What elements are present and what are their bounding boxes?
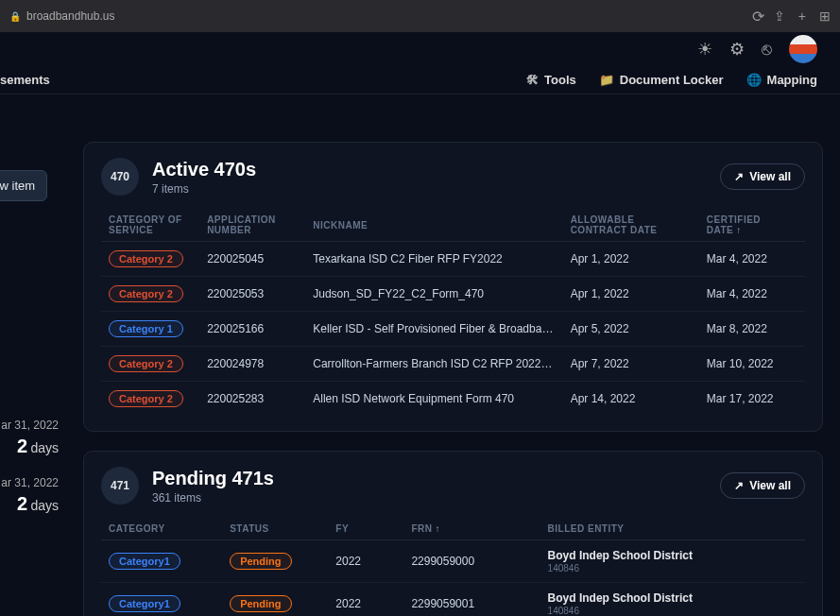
table-row[interactable]: Category 2220025045Texarkana ISD C2 Fibe…	[101, 242, 805, 277]
category-badge: Category1	[109, 595, 180, 612]
col-status[interactable]: STATUS	[222, 518, 328, 540]
table-row[interactable]: Category1Pending20222299059000Boyd Indep…	[101, 540, 805, 583]
tabs-overview-icon[interactable]: ⊞	[819, 9, 831, 24]
card-471-title: Pending 471s	[152, 468, 707, 489]
sidebar-date-1: ar 31, 2022	[0, 419, 59, 432]
nickname: Judson_SD_FY22_C2_Form_470	[305, 277, 562, 312]
table-row[interactable]: Category 1220025166Keller ISD - Self Pro…	[101, 312, 805, 347]
table-row[interactable]: Category1Pending20222299059001Boyd Indep…	[101, 583, 805, 617]
avatar[interactable]	[789, 35, 817, 63]
badge-471: 471	[101, 467, 139, 505]
app-toolbar: ☀ ⚙ ⎋	[0, 32, 840, 66]
col-category[interactable]: CATEGORY	[101, 518, 222, 540]
fy: 2022	[328, 583, 403, 617]
app-number: 220025045	[199, 242, 305, 277]
table-470: CATEGORY OF SERVICE APPLICATION NUMBER N…	[101, 209, 805, 416]
badge-470: 470	[101, 158, 139, 196]
app-number: 220025053	[199, 277, 305, 312]
billed-entity: Boyd Indep School District140846	[540, 583, 805, 617]
settings-icon[interactable]: ⚙	[729, 39, 745, 60]
nav-tools-label: Tools	[544, 73, 576, 87]
status-badge: Pending	[230, 595, 291, 612]
card-470-subtitle: 7 items	[152, 182, 707, 196]
category-badge: Category 1	[109, 320, 183, 337]
folder-icon: 📁	[599, 73, 614, 87]
nickname: Keller ISD - Self Provisioned Fiber & Br…	[305, 312, 562, 347]
new-tab-icon[interactable]: +	[798, 9, 806, 24]
sidebar-date-2: ar 31, 2022	[0, 476, 59, 489]
arrow-up-right-icon: ↗	[734, 479, 744, 492]
table-471: CATEGORY STATUS FY FRN↑ BILLED ENTITY Ca…	[101, 518, 805, 616]
allowable-date: Apr 14, 2022	[563, 382, 699, 417]
pending-471s-card: 471 Pending 471s 361 items ↗ View all CA…	[83, 451, 823, 616]
frn: 2299059000	[403, 540, 540, 583]
refresh-icon[interactable]: ⟳	[752, 8, 764, 26]
new-item-button[interactable]: New item	[0, 170, 47, 201]
lock-icon: 🔒	[9, 11, 21, 22]
certified-date: Mar 10, 2022	[699, 347, 805, 382]
category-badge: Category 2	[109, 250, 183, 267]
sidebar: New item ar 31, 2022 2 days ar 31, 2022 …	[0, 94, 66, 616]
billed-entity: Boyd Indep School District140846	[540, 540, 805, 583]
certified-date: Mar 4, 2022	[699, 242, 805, 277]
theme-toggle-icon[interactable]: ☀	[697, 39, 712, 60]
view-all-470-button[interactable]: ↗ View all	[720, 163, 805, 190]
content: 470 Active 470s 7 items ↗ View all CATEG…	[66, 94, 840, 616]
card-471-subtitle: 361 items	[152, 491, 707, 505]
browser-bar: 🔒 broadbandhub.us ⟳ ⇪ + ⊞	[0, 0, 840, 32]
logout-icon[interactable]: ⎋	[762, 40, 772, 60]
col-frn[interactable]: FRN↑	[403, 518, 540, 540]
url-bar[interactable]: 🔒 broadbandhub.us	[9, 9, 743, 23]
browser-actions: ⇪ + ⊞	[774, 9, 831, 24]
certified-date: Mar 8, 2022	[699, 312, 805, 347]
col-allowable-contract-date[interactable]: ALLOWABLE CONTRACT DATE	[563, 209, 699, 242]
wrench-icon: 🛠	[526, 73, 539, 87]
nav-mapping-label: Mapping	[767, 73, 817, 87]
nav-bar: sements 🛠 Tools 📁 Document Locker 🌐 Mapp…	[0, 66, 840, 94]
table-row[interactable]: Category 2220025283Allen ISD Network Equ…	[101, 382, 805, 417]
category-badge: Category 2	[109, 285, 183, 302]
category-badge: Category 2	[109, 355, 183, 372]
certified-date: Mar 17, 2022	[699, 382, 805, 417]
view-all-471-button[interactable]: ↗ View all	[720, 472, 805, 499]
card-470-title: Active 470s	[152, 159, 707, 180]
nav-document-locker[interactable]: 📁 Document Locker	[599, 73, 724, 87]
url-text: broadbandhub.us	[26, 9, 114, 23]
app-number: 220025166	[199, 312, 305, 347]
status-badge: Pending	[230, 553, 291, 570]
col-category-of-service[interactable]: CATEGORY OF SERVICE	[101, 209, 199, 242]
allowable-date: Apr 1, 2022	[563, 277, 699, 312]
globe-icon: 🌐	[746, 73, 762, 87]
sidebar-days-2: 2	[17, 493, 27, 514]
table-row[interactable]: Category 2220025053Judson_SD_FY22_C2_For…	[101, 277, 805, 312]
active-470s-card: 470 Active 470s 7 items ↗ View all CATEG…	[83, 142, 823, 432]
allowable-date: Apr 1, 2022	[563, 242, 699, 277]
share-icon[interactable]: ⇪	[774, 9, 785, 24]
nickname: Texarkana ISD C2 Fiber RFP FY2022	[305, 242, 562, 277]
nav-tools[interactable]: 🛠 Tools	[526, 73, 576, 87]
sidebar-days-1: 2	[17, 436, 27, 456]
certified-date: Mar 4, 2022	[699, 277, 805, 312]
col-nickname[interactable]: NICKNAME	[305, 209, 562, 242]
col-billed-entity[interactable]: BILLED ENTITY	[540, 518, 805, 540]
category-badge: Category1	[109, 553, 180, 570]
app-number: 220025283	[199, 382, 305, 417]
col-certified-date[interactable]: CERTIFIED DATE↑	[699, 209, 805, 242]
sort-asc-icon: ↑	[736, 225, 742, 235]
nickname: Allen ISD Network Equipment Form 470	[305, 382, 562, 417]
app-number: 220024978	[199, 347, 305, 382]
arrow-up-right-icon: ↗	[734, 170, 744, 183]
nav-mapping[interactable]: 🌐 Mapping	[746, 73, 817, 87]
category-badge: Category 2	[109, 390, 183, 407]
sort-asc-icon: ↑	[435, 523, 440, 534]
frn: 2299059001	[403, 583, 540, 617]
nav-left-trunc[interactable]: sements	[0, 73, 50, 87]
allowable-date: Apr 7, 2022	[563, 347, 699, 382]
col-application-number[interactable]: APPLICATION NUMBER	[199, 209, 305, 242]
nickname: Carrollton-Farmers Branch ISD C2 RFP 202…	[305, 347, 562, 382]
col-fy[interactable]: FY	[328, 518, 403, 540]
allowable-date: Apr 5, 2022	[563, 312, 699, 347]
fy: 2022	[328, 540, 403, 583]
nav-docs-label: Document Locker	[620, 73, 724, 87]
table-row[interactable]: Category 2220024978Carrollton-Farmers Br…	[101, 347, 805, 382]
